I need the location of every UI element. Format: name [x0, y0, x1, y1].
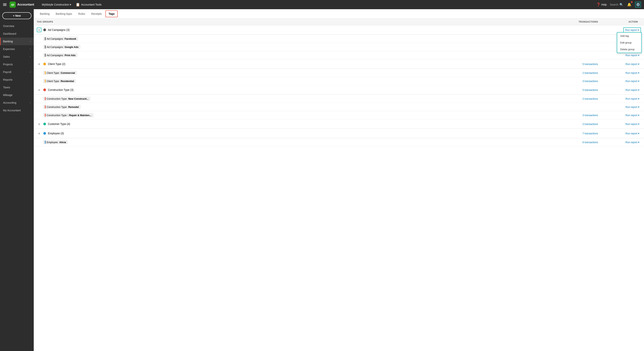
tab-banking-apps[interactable]: Banking Apps — [53, 9, 75, 18]
sidebar-item-mileage[interactable]: Mileage — [0, 91, 34, 99]
run-report-button[interactable]: Run report ▾ — [624, 62, 641, 66]
run-report-label: Run report — [626, 88, 637, 91]
accountant-tools-menu[interactable]: 📋 Accountant Tools — [76, 2, 102, 7]
sidebar-item-accounting[interactable]: Accounting › — [0, 99, 34, 106]
run-report-button[interactable]: Run report ▾ — [623, 27, 641, 32]
sidebar-item-expenses[interactable]: Expenses › — [0, 45, 34, 53]
app-body: + New Overview Dashboard Banking › Expen… — [0, 9, 644, 351]
tag-color-bar — [45, 45, 46, 48]
tag-transactions-link[interactable]: 2 transactions — [582, 71, 598, 74]
sidebar-item-sales[interactable]: Sales › — [0, 53, 34, 60]
group-expand-button[interactable]: ∧ — [37, 27, 42, 32]
search-icon: 🔍 — [620, 3, 623, 6]
company-selector[interactable]: Wyldstyle Construction ▾ — [42, 3, 71, 6]
transactions-link[interactable]: 5 transactions — [582, 63, 598, 65]
run-report-button[interactable]: Run report ▾ — [624, 122, 641, 126]
tag-action-cell: Run report ▾ — [606, 138, 644, 146]
sidebar-item-overview[interactable]: Overview — [0, 22, 34, 30]
run-report-button[interactable]: Run report ▾ — [624, 131, 641, 136]
tag-transactions-link[interactable]: 2 transactions — [582, 97, 598, 100]
sidebar-item-dashboard[interactable]: Dashboard — [0, 30, 34, 37]
hamburger-menu[interactable] — [3, 3, 6, 6]
tag-label-text: Ad Campaigns: — [46, 37, 64, 40]
dropdown-arrow-icon: ▾ — [638, 132, 640, 135]
group-action-cell: Run report ▾Add tagEdit groupDelete grou… — [606, 25, 644, 35]
table-header-row: TAG GROUPS TRANSACTIONS ACTION — [34, 18, 644, 25]
sidebar-item-projects[interactable]: Projects — [0, 60, 34, 68]
accountant-tools-label: Accountant Tools — [81, 3, 102, 6]
sidebar-item-banking[interactable]: Banking › — [0, 37, 34, 45]
sidebar-item-label: My Accountant — [3, 109, 21, 112]
transactions-link[interactable]: 2 transactions — [582, 123, 598, 125]
run-report-button[interactable]: Run report ▾ — [624, 88, 641, 92]
dropdown-item-add-tag[interactable]: Add tag — [617, 32, 641, 39]
tag-bold-text: : Repair & Mainten... — [68, 114, 92, 117]
tag-bold-text: Alicia — [59, 141, 66, 144]
run-report-button[interactable]: Run report ▾ — [624, 79, 641, 83]
tag-bold-text: Google Ads — [64, 46, 78, 48]
tag-badge: Ad Campaigns: Google Ads — [43, 45, 80, 49]
sidebar-item-reports[interactable]: Reports — [0, 76, 34, 83]
tag-transactions-link[interactable]: 6 transactions — [582, 141, 598, 144]
group-expand-button[interactable]: ∧ — [37, 87, 42, 92]
sidebar-item-my-accountant[interactable]: My Accountant — [0, 106, 34, 114]
run-report-button[interactable]: Run report ▾ — [624, 105, 641, 109]
tag-badge: Ad Campaigns: Print Ads — [43, 53, 78, 57]
tag-transactions-link[interactable]: 3 transactions — [582, 114, 598, 117]
group-color-dot — [43, 63, 46, 65]
help-button[interactable]: ❓ Help — [596, 2, 607, 7]
run-report-button[interactable]: Run report ▾ — [624, 113, 641, 117]
table-row: ∧Client Type (2)5 transactionsRun report… — [34, 59, 644, 69]
tag-label-text: Client Type: — [46, 80, 60, 83]
tag-transactions-link[interactable]: 3 transactions — [582, 80, 598, 83]
settings-button[interactable]: ⚙️ — [635, 2, 641, 7]
run-report-button[interactable]: Run report ▾ — [624, 71, 641, 75]
dropdown-arrow-icon: ▾ — [638, 97, 640, 100]
tag-badge: Construction Type: Remodel — [43, 105, 81, 109]
tab-tags[interactable]: Tags — [106, 10, 118, 17]
dropdown-arrow-icon: ▾ — [638, 28, 639, 31]
run-report-label: Run report — [626, 80, 637, 83]
run-report-label: Run report — [626, 141, 637, 144]
tag-transactions: 6 transactions — [564, 138, 606, 146]
tab-banking[interactable]: Banking — [37, 9, 53, 18]
run-report-button[interactable]: Run report ▾ — [624, 53, 641, 57]
transactions-link[interactable]: 7 transactions — [582, 132, 598, 135]
top-nav: qb Accountant Wyldstyle Construction ▾ 📋… — [0, 0, 644, 9]
main-content: Banking Banking Apps Rules Receipts Tags… — [34, 9, 644, 351]
group-expand-button[interactable]: ∨ — [37, 122, 42, 126]
sidebar-item-label: Sales — [3, 55, 10, 58]
help-label: Help — [601, 3, 607, 6]
sidebar-item-taxes[interactable]: Taxes — [0, 83, 34, 91]
tag-row: Client Type: Residential3 transactionsRu… — [34, 77, 644, 85]
group-name: ∧Client Type (2) — [37, 62, 560, 66]
group-expand-button[interactable]: ∧ — [37, 62, 42, 66]
group-color-dot — [43, 132, 46, 135]
sidebar-nav: Overview Dashboard Banking › Expenses › … — [0, 22, 34, 114]
group-expand-button[interactable]: ∧ — [37, 131, 42, 136]
transactions-link[interactable]: 5 transactions — [582, 88, 598, 91]
group-color-dot — [43, 88, 46, 91]
run-report-button[interactable]: Run report ▾ — [624, 140, 641, 144]
sidebar-item-label: Accounting — [3, 101, 16, 104]
group-name-label: Employee (3) — [48, 132, 64, 135]
tab-receipts[interactable]: Receipts — [88, 9, 105, 18]
group-transactions: 5 transactions — [564, 85, 606, 95]
tag-row: Ad Campaigns: Google AdsRun report ▾ — [34, 43, 644, 51]
sidebar-item-payroll[interactable]: Payroll › — [0, 68, 34, 76]
table-row: ∧Construction Type (3)5 transactionsRun … — [34, 85, 644, 95]
dropdown-item-delete-group[interactable]: Delete group — [617, 46, 641, 53]
tag-row: Ad Campaigns: Print AdsRun report ▾ — [34, 51, 644, 59]
tag-transactions: 2 transactions — [564, 95, 606, 103]
table-row: ∨Customer Type (4)2 transactionsRun repo… — [34, 119, 644, 129]
tab-rules[interactable]: Rules — [75, 9, 88, 18]
new-button[interactable]: + New — [2, 12, 32, 19]
dropdown-item-edit-group[interactable]: Edit group — [617, 39, 641, 46]
run-report-button[interactable]: Run report ▾ — [624, 97, 641, 101]
dropdown-arrow-icon: ▾ — [638, 71, 640, 74]
search-area[interactable]: Search 🔍 — [610, 3, 623, 6]
notifications-button[interactable]: 🔔 — [626, 2, 632, 7]
tag-badge: Ad Campaigns: Facebook — [43, 36, 78, 41]
sidebar-item-label: Mileage — [3, 93, 12, 97]
chevron-right-icon: › — [30, 55, 31, 58]
